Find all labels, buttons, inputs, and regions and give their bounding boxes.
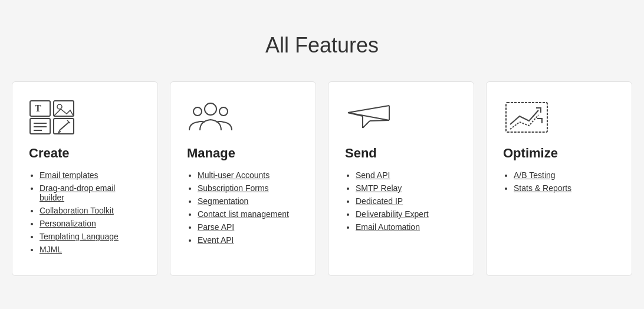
list-item: Subscription Forms	[198, 183, 299, 193]
page-wrapper: All Features T	[0, 9, 644, 300]
send-api-link[interactable]: Send API	[356, 170, 390, 180]
list-item: Email templates	[40, 170, 141, 180]
subscription-forms-link[interactable]: Subscription Forms	[198, 183, 269, 193]
create-icon: T	[29, 100, 76, 135]
card-optimize-title: Optimize	[503, 146, 615, 161]
templating-lang-link[interactable]: Templating Language	[40, 232, 119, 241]
ab-testing-link[interactable]: A/B Testing	[514, 170, 556, 180]
dedicated-ip-link[interactable]: Dedicated IP	[356, 196, 403, 206]
card-create-list: Email templates Drag-and-drop email buil…	[29, 170, 141, 254]
list-item: Contact list management	[198, 209, 299, 219]
svg-point-13	[219, 107, 228, 116]
card-manage-list: Multi-user Accounts Subscription Forms S…	[187, 170, 299, 245]
list-item: Send API	[356, 170, 457, 180]
card-create-title: Create	[29, 146, 141, 161]
list-item: Drag-and-drop email builder	[40, 183, 141, 202]
svg-text:T: T	[35, 103, 41, 113]
svg-line-14	[348, 106, 389, 113]
card-optimize: Optimize A/B Testing Stats & Reports	[486, 81, 632, 276]
card-send: Send Send API SMTP Relay Dedicated IP De…	[328, 81, 474, 276]
svg-point-3	[57, 104, 62, 109]
cards-container: T Create	[12, 81, 632, 276]
parse-api-link[interactable]: Parse API	[198, 222, 234, 232]
card-send-list: Send API SMTP Relay Dedicated IP Deliver…	[345, 170, 457, 232]
svg-line-19	[363, 121, 370, 128]
deliverability-link[interactable]: Deliverability Expert	[356, 209, 429, 219]
list-item: Personalization	[40, 219, 141, 228]
personalization-link[interactable]: Personalization	[40, 219, 96, 228]
svg-line-9	[60, 122, 69, 130]
list-item: SMTP Relay	[356, 183, 457, 193]
svg-rect-21	[506, 103, 547, 132]
svg-rect-2	[54, 101, 74, 116]
list-item: Parse API	[198, 222, 299, 232]
list-item: MJML	[40, 245, 141, 254]
optimize-icon	[503, 100, 550, 135]
smtp-relay-link[interactable]: SMTP Relay	[356, 183, 402, 193]
multi-user-link[interactable]: Multi-user Accounts	[198, 170, 270, 180]
list-item: Deliverability Expert	[356, 209, 457, 219]
page-title: All Features	[12, 33, 632, 58]
segmentation-link[interactable]: Segmentation	[198, 196, 248, 206]
send-icon	[345, 100, 392, 135]
list-item: A/B Testing	[514, 170, 615, 180]
list-item: Stats & Reports	[514, 183, 615, 193]
card-optimize-list: A/B Testing Stats & Reports	[503, 170, 615, 193]
svg-point-12	[193, 107, 202, 116]
drag-drop-link[interactable]: Drag-and-drop email builder	[40, 183, 115, 202]
card-send-title: Send	[345, 146, 457, 161]
list-item: Collaboration Toolkit	[40, 206, 141, 215]
mjml-link[interactable]: MJML	[40, 245, 62, 254]
event-api-link[interactable]: Event API	[198, 235, 234, 245]
list-item: Multi-user Accounts	[198, 170, 299, 180]
svg-line-20	[370, 120, 389, 121]
card-manage: Manage Multi-user Accounts Subscription …	[170, 81, 316, 276]
list-item: Templating Language	[40, 232, 141, 241]
list-item: Email Automation	[356, 222, 457, 232]
stats-reports-link[interactable]: Stats & Reports	[514, 183, 571, 193]
list-item: Dedicated IP	[356, 196, 457, 206]
list-item: Event API	[198, 235, 299, 245]
list-item: Segmentation	[198, 196, 299, 206]
email-templates-link[interactable]: Email templates	[40, 170, 98, 180]
svg-point-11	[205, 103, 216, 115]
contact-list-link[interactable]: Contact list management	[198, 209, 289, 219]
email-automation-link[interactable]: Email Automation	[356, 222, 420, 232]
card-create: T Create	[12, 81, 158, 276]
collab-toolkit-link[interactable]: Collaboration Toolkit	[40, 206, 114, 215]
card-manage-title: Manage	[187, 146, 299, 161]
manage-icon	[187, 100, 234, 135]
